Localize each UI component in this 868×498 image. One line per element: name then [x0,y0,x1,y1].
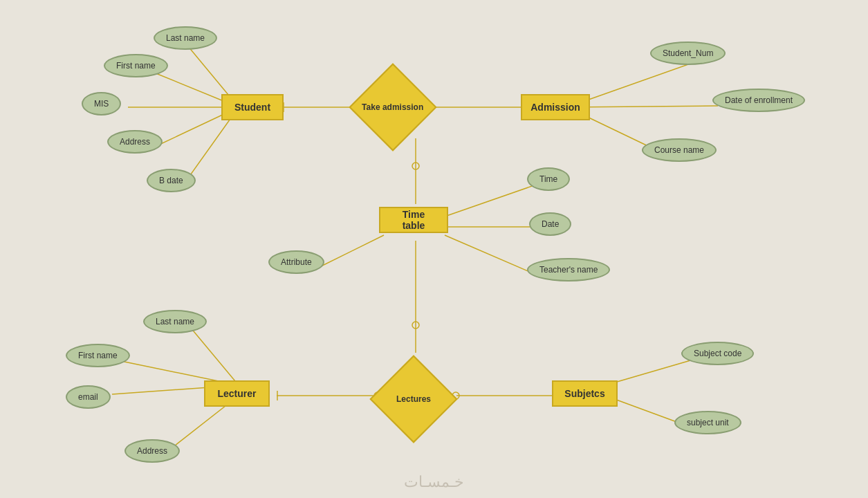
attr-subjetcs-code: Subject code [681,342,754,365]
svg-line-18 [445,235,536,275]
entity-student: Student [221,94,284,120]
relationship-lectures: Lectures [369,355,457,443]
attr-lecturer-address: Address [124,439,180,463]
svg-line-19 [318,235,384,268]
attr-student-lastname: Last name [154,26,217,50]
attr-lecturer-firstname: First name [66,344,130,367]
svg-point-15 [412,163,419,169]
attr-admission-coursename: Course name [642,138,717,162]
svg-point-21 [412,322,419,329]
attr-student-firstname: First name [104,54,168,77]
svg-line-28 [190,327,239,385]
attr-timetable-time: Time [527,167,570,191]
attr-timetable-attribute: Attribute [268,250,324,274]
entity-lecturer: Lecturer [204,380,270,407]
watermark: خـمسـات [404,473,464,491]
attr-admission-studentnum: Student_Num [650,42,726,65]
attr-student-bdate: B date [147,169,196,192]
svg-line-32 [605,360,693,385]
attr-lecturer-email: email [66,385,111,409]
entity-subjetcs: Subjetcs [552,380,618,407]
attr-timetable-date: Date [529,212,571,236]
svg-line-16 [445,185,536,216]
attr-lecturer-lastname: Last name [143,310,207,333]
entity-timetable: Time table [379,207,448,233]
attr-timetable-teachername: Teacher's name [527,258,610,282]
relationship-take-admission: Take admission [349,63,436,151]
entity-admission: Admission [521,94,590,120]
attr-admission-dateenroll: Date of enrollment [712,89,805,112]
attr-subjetcs-unit: subject unit [674,411,741,434]
attr-student-address: Address [107,130,163,154]
attr-student-mis: MIS [82,92,121,116]
